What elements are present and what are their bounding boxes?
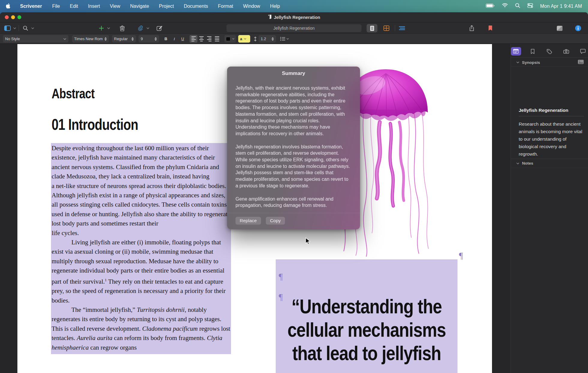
italic-button[interactable]: I — [170, 35, 178, 43]
document-title-field[interactable]: Jellyfish Regeneration — [226, 24, 362, 32]
heading-abstract: Abstract — [52, 85, 94, 102]
wifi-icon[interactable] — [502, 3, 508, 9]
close-window-button[interactable] — [5, 15, 9, 19]
align-justify-button[interactable] — [213, 35, 221, 43]
quick-reference-button[interactable] — [555, 22, 564, 34]
toggle-binder-button[interactable] — [4, 22, 11, 34]
menu-item-edit[interactable]: Edit — [70, 4, 78, 9]
font-weight-value: Regular — [114, 37, 128, 41]
share-button[interactable] — [467, 22, 476, 34]
menu-item-format[interactable]: Format — [218, 4, 233, 9]
menu-bar: Scrivener FileEditInsertViewNavigateProj… — [0, 0, 588, 12]
line-spacing-value: 1.2 — [261, 37, 266, 41]
attach-chevron-icon[interactable] — [146, 22, 150, 34]
pilcrow-mark: ¶ — [459, 250, 463, 261]
document-paragraph: Despite evolving throughout the last 600… — [52, 144, 230, 238]
align-center-button[interactable] — [197, 35, 205, 43]
menu-item-help[interactable]: Help — [270, 4, 280, 9]
menu-clock[interactable]: Mon Apr 1 9:41 AM — [540, 4, 582, 9]
heading-introduction: 01 Introduction — [52, 115, 138, 133]
tab-bookmarks[interactable] — [528, 47, 538, 55]
copy-button[interactable]: Copy — [266, 217, 285, 225]
trash-button[interactable] — [118, 22, 126, 34]
summary-paragraph-gene-amplification: Gene amplification enhances cell renewal… — [236, 196, 352, 209]
inspector-info-button[interactable] — [574, 22, 583, 34]
align-left-button[interactable] — [190, 35, 197, 43]
chevron-down-icon — [63, 38, 66, 40]
view-mode-corkboard-button[interactable] — [381, 24, 392, 32]
align-right-button[interactable] — [205, 35, 213, 43]
chevron-down-icon — [232, 38, 234, 40]
view-mode-outline-button[interactable] — [397, 24, 407, 32]
notes-section-header[interactable]: Notes — [516, 161, 584, 166]
list-style-button[interactable] — [279, 35, 290, 43]
quote-text: “Understanding the cellular mechanisms t… — [276, 295, 457, 365]
scroll-document-icon — [268, 14, 272, 20]
add-item-button[interactable] — [98, 22, 105, 34]
tab-metadata[interactable] — [544, 47, 555, 55]
menu-app-name[interactable]: Scrivener — [20, 4, 42, 9]
toolbar: Jellyfish Regeneration — [0, 22, 588, 34]
line-spacing-select[interactable]: 1.2 — [259, 35, 276, 43]
font-family-select[interactable]: Times New Roman — [72, 35, 109, 43]
chevron-down-icon — [244, 38, 246, 40]
font-family-value: Times New Roman — [74, 37, 103, 41]
highlighted-text-block[interactable]: Despite evolving throughout the last 600… — [51, 143, 231, 354]
search-icon[interactable] — [22, 22, 29, 34]
tab-snapshots[interactable] — [561, 47, 571, 55]
synopsis-section-header[interactable]: Synopsis — [516, 60, 584, 65]
bold-button[interactable]: B — [162, 35, 170, 43]
menu-item-insert[interactable]: Insert — [88, 4, 100, 9]
menu-item-navigate[interactable]: Navigate — [130, 4, 149, 9]
bookmark-button[interactable] — [487, 22, 494, 34]
menu-item-view[interactable]: View — [110, 4, 120, 9]
format-bar: No Style Times New Roman Regular 9 B I U — [0, 34, 588, 44]
text-color-well[interactable] — [224, 35, 236, 43]
synopsis-label: Synopsis — [522, 60, 540, 65]
window-title-bar: Jellyfish Regeneration — [0, 12, 588, 22]
highlight-label: a — [240, 37, 242, 41]
style-select[interactable]: No Style — [3, 35, 68, 43]
document-paragraph: Living jellyfish are either (i) immobile… — [52, 238, 230, 305]
menu-item-window[interactable]: Window — [243, 4, 260, 9]
search-chevron-icon[interactable] — [31, 22, 35, 34]
apple-menu-icon[interactable] — [6, 3, 11, 9]
line-spacing-stepper-icon — [272, 37, 274, 41]
font-weight-select[interactable]: Regular — [112, 35, 136, 43]
font-weight-stepper-icon — [131, 37, 134, 41]
summary-paragraph-jellyfish-regenera: Jellyfish regeneration involves blastema… — [236, 144, 352, 189]
synopsis-text[interactable]: Research about these ancient animals is … — [519, 120, 582, 158]
font-size-select[interactable]: 9 — [139, 35, 159, 43]
menu-item-documents[interactable]: Documents — [184, 4, 208, 9]
style-select-value: No Style — [5, 37, 20, 41]
minimize-window-button[interactable] — [11, 15, 15, 19]
binder-chevron-icon[interactable] — [13, 22, 17, 34]
attach-paperclip-button[interactable] — [136, 22, 144, 34]
underline-button[interactable]: U — [179, 35, 187, 43]
tab-comments[interactable] — [578, 47, 588, 55]
window-title: Jellyfish Regeneration — [274, 15, 320, 20]
zoom-window-button[interactable] — [17, 15, 21, 19]
font-size-value: 9 — [141, 37, 143, 41]
spotlight-search-icon[interactable] — [515, 3, 520, 9]
pilcrow-mark: ¶ — [279, 271, 283, 282]
replace-button[interactable]: Replace — [236, 217, 261, 225]
mouse-cursor — [305, 237, 312, 246]
highlight-color-well[interactable]: a — [238, 35, 250, 43]
synopsis-rule — [519, 116, 584, 116]
battery-icon[interactable] — [486, 4, 495, 9]
synopsis-title[interactable]: Jellyfish Regeneration — [519, 108, 568, 113]
compose-button[interactable] — [155, 22, 164, 34]
control-center-icon[interactable] — [527, 3, 533, 9]
view-mode-document-button[interactable] — [367, 24, 377, 32]
add-item-chevron-icon[interactable] — [106, 22, 111, 34]
quote-block[interactable]: ¶ ¶ “Understanding the cellular mechanis… — [276, 259, 458, 373]
document-paragraph: The “immortal jellyfish,” Turritopsis do… — [52, 305, 230, 352]
synopsis-image-icon[interactable] — [578, 60, 584, 65]
tab-synopsis-notes[interactable] — [511, 47, 521, 55]
summary-popup-footer: Replace Copy — [227, 213, 360, 229]
menu-item-file[interactable]: File — [52, 4, 60, 9]
summary-popup-title: Summary — [227, 67, 360, 76]
document-title-field-text: Jellyfish Regeneration — [273, 26, 315, 31]
menu-item-project[interactable]: Project — [159, 4, 174, 9]
